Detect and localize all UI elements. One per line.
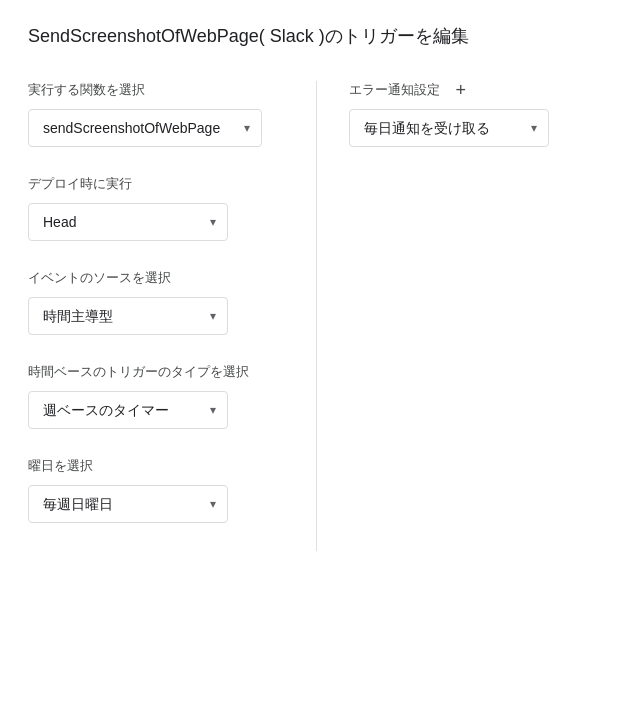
function-select-wrapper: sendScreenshotOfWebPage ▾ [28, 109, 262, 147]
event-source-select-wrapper: 時間主導型 ▾ [28, 297, 228, 335]
function-field-group: 実行する関数を選択 sendScreenshotOfWebPage ▾ [28, 81, 296, 147]
day-select-wrapper: 毎週日曜日 ▾ [28, 485, 228, 523]
day-label: 曜日を選択 [28, 457, 296, 475]
time-trigger-select-wrapper: 週ベースのタイマー ▾ [28, 391, 228, 429]
event-source-select[interactable]: 時間主導型 [28, 297, 228, 335]
day-field-group: 曜日を選択 毎週日曜日 ▾ [28, 457, 296, 523]
main-layout: 実行する関数を選択 sendScreenshotOfWebPage ▾ デプロイ… [28, 81, 616, 551]
deploy-select-wrapper: Head ▾ [28, 203, 228, 241]
time-trigger-select[interactable]: 週ベースのタイマー [28, 391, 228, 429]
notify-select-wrapper: 毎日通知を受け取る ▾ [349, 109, 549, 147]
time-trigger-field-group: 時間ベースのトリガーのタイプを選択 週ベースのタイマー ▾ [28, 363, 296, 429]
error-notification-header: エラー通知設定 + [349, 81, 617, 99]
deploy-select[interactable]: Head [28, 203, 228, 241]
event-source-field-group: イベントのソースを選択 時間主導型 ▾ [28, 269, 296, 335]
deploy-field-group: デプロイ時に実行 Head ▾ [28, 175, 296, 241]
notify-select[interactable]: 毎日通知を受け取る [349, 109, 549, 147]
time-trigger-label: 時間ベースのトリガーのタイプを選択 [28, 363, 296, 381]
page-title: SendScreenshotOfWebPage( Slack )のトリガーを編集 [28, 24, 616, 49]
error-notification-label: エラー通知設定 [349, 81, 440, 99]
left-column: 実行する関数を選択 sendScreenshotOfWebPage ▾ デプロイ… [28, 81, 317, 551]
event-source-label: イベントのソースを選択 [28, 269, 296, 287]
right-column: エラー通知設定 + 毎日通知を受け取る ▾ [317, 81, 617, 551]
error-notification-field-group: エラー通知設定 + 毎日通知を受け取る ▾ [349, 81, 617, 147]
function-label: 実行する関数を選択 [28, 81, 296, 99]
function-select[interactable]: sendScreenshotOfWebPage [28, 109, 262, 147]
day-select[interactable]: 毎週日曜日 [28, 485, 228, 523]
add-notification-button[interactable]: + [452, 81, 471, 99]
deploy-label: デプロイ時に実行 [28, 175, 296, 193]
